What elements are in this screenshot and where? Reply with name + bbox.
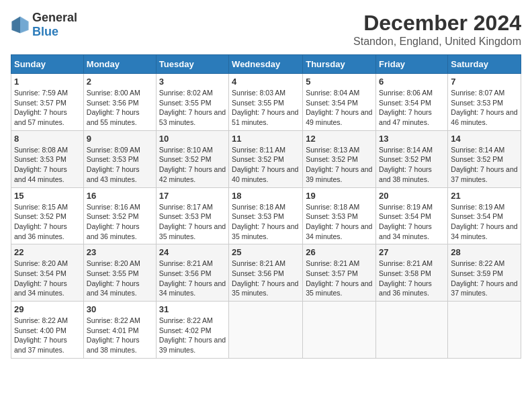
logo-text-general: General <box>32 11 77 24</box>
day-number: 19 <box>306 191 373 201</box>
day-info: Sunrise: 8:22 AMSunset: 4:02 PMDaylight:… <box>159 316 226 354</box>
day-number: 26 <box>306 247 373 257</box>
logo: General Blue <box>11 11 77 39</box>
day-number: 13 <box>379 134 445 144</box>
logo-text-blue: Blue <box>32 25 58 38</box>
day-number: 3 <box>159 77 226 87</box>
day-number: 1 <box>14 77 81 87</box>
column-header-saturday: Saturday <box>448 55 521 74</box>
calendar-cell: 18Sunrise: 8:18 AMSunset: 3:53 PMDayligh… <box>229 187 303 244</box>
title-section: December 2024 Standon, England, United K… <box>353 11 521 48</box>
calendar-cell: 13Sunrise: 8:14 AMSunset: 3:52 PMDayligh… <box>376 130 448 187</box>
day-number: 27 <box>379 247 445 257</box>
day-info: Sunrise: 8:07 AMSunset: 3:53 PMDaylight:… <box>451 89 517 126</box>
calendar-cell: 27Sunrise: 8:21 AMSunset: 3:58 PMDayligh… <box>376 244 448 302</box>
day-info: Sunrise: 7:59 AMSunset: 3:57 PMDaylight:… <box>14 89 68 126</box>
calendar-cell <box>229 302 303 359</box>
day-number: 12 <box>306 134 373 144</box>
calendar-cell: 21Sunrise: 8:19 AMSunset: 3:54 PMDayligh… <box>448 187 521 244</box>
calendar-cell: 30Sunrise: 8:22 AMSunset: 4:01 PMDayligh… <box>83 302 156 359</box>
calendar-cell: 10Sunrise: 8:10 AMSunset: 3:52 PMDayligh… <box>156 130 228 187</box>
day-info: Sunrise: 8:03 AMSunset: 3:55 PMDaylight:… <box>232 89 298 126</box>
calendar-cell: 8Sunrise: 8:08 AMSunset: 3:53 PMDaylight… <box>11 130 84 187</box>
header-row: SundayMondayTuesdayWednesdayThursdayFrid… <box>11 55 521 74</box>
calendar-cell: 11Sunrise: 8:11 AMSunset: 3:52 PMDayligh… <box>229 130 303 187</box>
calendar-cell <box>448 302 521 359</box>
calendar-cell <box>303 302 376 359</box>
day-info: Sunrise: 8:15 AMSunset: 3:52 PMDaylight:… <box>14 203 68 240</box>
day-number: 7 <box>451 77 518 87</box>
day-number: 16 <box>87 191 153 201</box>
calendar-cell: 7Sunrise: 8:07 AMSunset: 3:53 PMDaylight… <box>448 74 521 131</box>
calendar-cell: 23Sunrise: 8:20 AMSunset: 3:55 PMDayligh… <box>83 244 156 302</box>
day-info: Sunrise: 8:22 AMSunset: 3:59 PMDaylight:… <box>451 259 517 297</box>
day-info: Sunrise: 8:21 AMSunset: 3:56 PMDaylight:… <box>159 259 226 297</box>
day-info: Sunrise: 8:22 AMSunset: 4:00 PMDaylight:… <box>14 316 68 354</box>
day-info: Sunrise: 8:21 AMSunset: 3:56 PMDaylight:… <box>232 259 298 297</box>
column-header-thursday: Thursday <box>303 55 376 74</box>
calendar-cell: 4Sunrise: 8:03 AMSunset: 3:55 PMDaylight… <box>229 74 303 131</box>
day-info: Sunrise: 8:18 AMSunset: 3:53 PMDaylight:… <box>232 203 298 240</box>
day-number: 29 <box>14 304 81 314</box>
day-info: Sunrise: 8:18 AMSunset: 3:53 PMDaylight:… <box>306 203 372 240</box>
day-info: Sunrise: 8:14 AMSunset: 3:52 PMDaylight:… <box>451 146 517 183</box>
day-number: 31 <box>159 304 226 314</box>
day-number: 30 <box>87 304 153 314</box>
day-number: 14 <box>451 134 518 144</box>
svg-marker-1 <box>20 16 29 33</box>
week-row-3: 15Sunrise: 8:15 AMSunset: 3:52 PMDayligh… <box>11 187 521 244</box>
calendar-cell: 17Sunrise: 8:17 AMSunset: 3:53 PMDayligh… <box>156 187 228 244</box>
day-number: 24 <box>159 247 226 257</box>
main-title: December 2024 <box>353 11 521 36</box>
calendar-cell: 9Sunrise: 8:09 AMSunset: 3:53 PMDaylight… <box>83 130 156 187</box>
calendar-cell: 1Sunrise: 7:59 AMSunset: 3:57 PMDaylight… <box>11 74 84 131</box>
day-info: Sunrise: 8:10 AMSunset: 3:52 PMDaylight:… <box>159 146 226 183</box>
day-number: 4 <box>232 77 300 87</box>
subtitle: Standon, England, United Kingdom <box>353 36 521 48</box>
logo-icon <box>11 15 30 34</box>
day-info: Sunrise: 8:21 AMSunset: 3:58 PMDaylight:… <box>379 259 433 297</box>
day-number: 15 <box>14 191 81 201</box>
day-info: Sunrise: 8:02 AMSunset: 3:55 PMDaylight:… <box>159 89 226 126</box>
day-info: Sunrise: 8:11 AMSunset: 3:52 PMDaylight:… <box>232 146 298 183</box>
calendar-cell: 31Sunrise: 8:22 AMSunset: 4:02 PMDayligh… <box>156 302 228 359</box>
day-number: 6 <box>379 77 445 87</box>
day-info: Sunrise: 8:00 AMSunset: 3:56 PMDaylight:… <box>87 89 140 126</box>
day-info: Sunrise: 8:21 AMSunset: 3:57 PMDaylight:… <box>306 259 372 297</box>
calendar-cell: 12Sunrise: 8:13 AMSunset: 3:52 PMDayligh… <box>303 130 376 187</box>
day-number: 2 <box>87 77 153 87</box>
calendar-cell: 29Sunrise: 8:22 AMSunset: 4:00 PMDayligh… <box>11 302 84 359</box>
calendar-cell: 5Sunrise: 8:04 AMSunset: 3:54 PMDaylight… <box>303 74 376 131</box>
calendar-cell: 22Sunrise: 8:20 AMSunset: 3:54 PMDayligh… <box>11 244 84 302</box>
day-info: Sunrise: 8:20 AMSunset: 3:54 PMDaylight:… <box>14 259 68 297</box>
column-header-friday: Friday <box>376 55 448 74</box>
calendar-cell: 3Sunrise: 8:02 AMSunset: 3:55 PMDaylight… <box>156 74 228 131</box>
column-header-tuesday: Tuesday <box>156 55 228 74</box>
day-number: 21 <box>451 191 518 201</box>
day-number: 10 <box>159 134 226 144</box>
day-info: Sunrise: 8:04 AMSunset: 3:54 PMDaylight:… <box>306 89 372 126</box>
day-info: Sunrise: 8:13 AMSunset: 3:52 PMDaylight:… <box>306 146 372 183</box>
column-header-monday: Monday <box>83 55 156 74</box>
calendar-cell: 28Sunrise: 8:22 AMSunset: 3:59 PMDayligh… <box>448 244 521 302</box>
day-info: Sunrise: 8:16 AMSunset: 3:52 PMDaylight:… <box>87 203 140 240</box>
day-number: 22 <box>14 247 81 257</box>
week-row-1: 1Sunrise: 7:59 AMSunset: 3:57 PMDaylight… <box>11 74 521 131</box>
day-number: 9 <box>87 134 153 144</box>
day-number: 5 <box>306 77 373 87</box>
calendar-cell: 16Sunrise: 8:16 AMSunset: 3:52 PMDayligh… <box>83 187 156 244</box>
day-info: Sunrise: 8:09 AMSunset: 3:53 PMDaylight:… <box>87 146 140 183</box>
calendar-cell: 6Sunrise: 8:06 AMSunset: 3:54 PMDaylight… <box>376 74 448 131</box>
calendar-cell: 19Sunrise: 8:18 AMSunset: 3:53 PMDayligh… <box>303 187 376 244</box>
day-number: 11 <box>232 134 300 144</box>
column-header-sunday: Sunday <box>11 55 84 74</box>
day-info: Sunrise: 8:19 AMSunset: 3:54 PMDaylight:… <box>451 203 517 240</box>
week-row-4: 22Sunrise: 8:20 AMSunset: 3:54 PMDayligh… <box>11 244 521 302</box>
calendar-cell: 15Sunrise: 8:15 AMSunset: 3:52 PMDayligh… <box>11 187 84 244</box>
calendar-cell: 2Sunrise: 8:00 AMSunset: 3:56 PMDaylight… <box>83 74 156 131</box>
day-number: 28 <box>451 247 518 257</box>
day-info: Sunrise: 8:06 AMSunset: 3:54 PMDaylight:… <box>379 89 433 126</box>
day-number: 25 <box>232 247 300 257</box>
svg-marker-2 <box>11 16 20 33</box>
day-number: 8 <box>14 134 81 144</box>
